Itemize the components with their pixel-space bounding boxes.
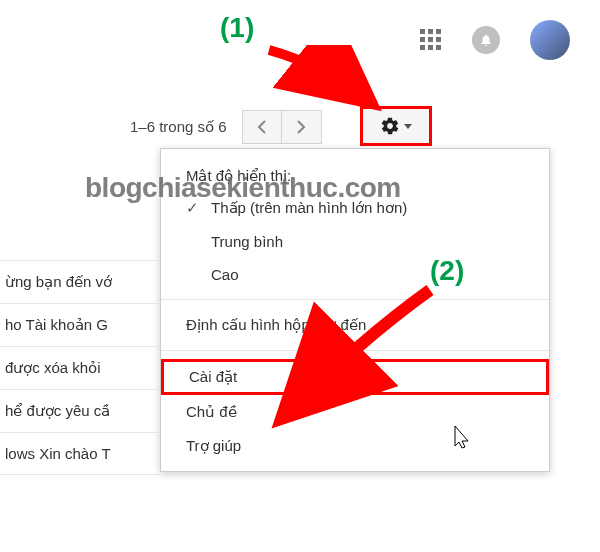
page-range-text: 1–6 trong số 6 bbox=[130, 118, 227, 136]
email-list: ừng bạn đến vớ ho Tài khoản G được xóa k… bbox=[0, 260, 160, 474]
list-item[interactable]: được xóa khỏi bbox=[0, 346, 160, 390]
density-option-medium[interactable]: Trung bình bbox=[161, 225, 549, 258]
avatar[interactable] bbox=[530, 20, 570, 60]
apps-grid-icon[interactable] bbox=[420, 29, 442, 51]
list-item[interactable]: hể được yêu cầ bbox=[0, 389, 160, 433]
list-item[interactable]: ừng bạn đến vớ bbox=[0, 260, 160, 304]
watermark-text: blogchiasekienthuc.com bbox=[85, 172, 401, 204]
topbar bbox=[420, 20, 570, 60]
caret-down-icon bbox=[404, 124, 412, 129]
annotation-step-1: (1) bbox=[220, 12, 254, 44]
notifications-icon[interactable] bbox=[472, 26, 500, 54]
arrow-2-icon bbox=[220, 280, 440, 450]
arrow-1-icon bbox=[264, 45, 404, 125]
pointer-cursor-icon bbox=[450, 424, 472, 450]
list-item[interactable]: lows Xin chào T bbox=[0, 432, 160, 475]
list-item[interactable]: ho Tài khoản G bbox=[0, 303, 160, 347]
